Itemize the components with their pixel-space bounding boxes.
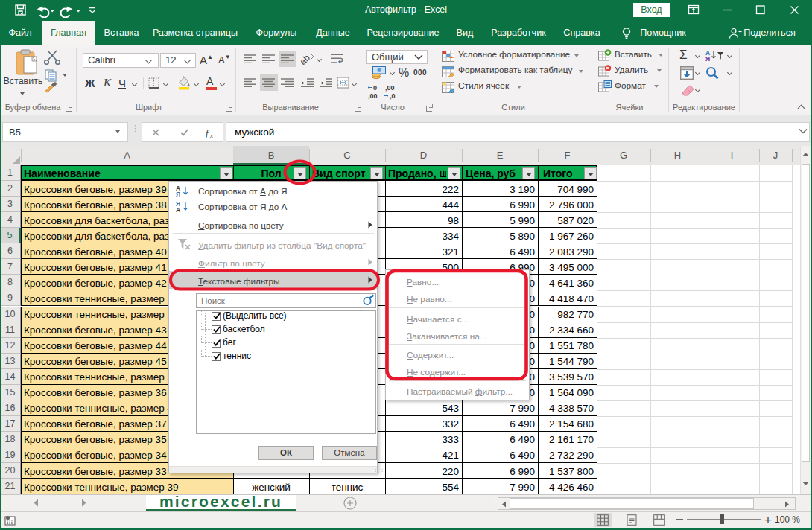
svg-text:0: 0 xyxy=(373,84,377,92)
svg-text:,00: ,00 xyxy=(385,84,395,92)
svg-text:Я: Я xyxy=(705,55,710,61)
svg-text:А: А xyxy=(176,206,180,212)
svg-text:Я: Я xyxy=(176,191,180,197)
svg-text:,0: ,0 xyxy=(390,92,396,100)
svg-text:,00: ,00 xyxy=(368,92,378,100)
svg-text:ab: ab xyxy=(301,52,312,66)
svg-text:x: x xyxy=(209,132,213,139)
